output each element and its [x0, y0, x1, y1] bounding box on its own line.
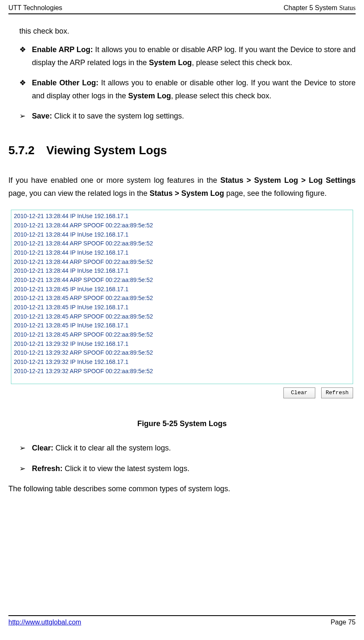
log-line: 2010-12-21 13:28:44 ARP SPOOF 00:22:aa:8…: [14, 276, 350, 285]
label-bold: Enable ARP Log:: [32, 45, 95, 54]
log-line: 2010-12-21 13:29:32 IP InUse 192.168.17.…: [14, 340, 350, 349]
header-chapter: Chapter 5 System: [283, 4, 339, 11]
p-a: If you have enabled one or more system l…: [8, 176, 220, 184]
bullet-save: ➢ Save: Click it to save the system log …: [19, 110, 356, 123]
log-line: 2010-12-21 13:28:45 IP InUse 192.168.17.…: [14, 321, 350, 330]
log-line: 2010-12-21 13:28:45 IP InUse 192.168.17.…: [14, 303, 350, 312]
header-right: Chapter 5 System Status: [283, 4, 356, 12]
p-c: page, you can view the related logs in t…: [8, 189, 149, 198]
p-b: Status > System Log > Log Settings: [220, 176, 356, 184]
log-line: 2010-12-21 13:28:44 ARP SPOOF 00:22:aa:8…: [14, 258, 350, 267]
page-number: Page 75: [330, 619, 356, 626]
bullet-enable-arp: ❖ Enable ARP Log: It allows you to enabl…: [19, 43, 356, 69]
figure-caption: Figure 5-25 System Logs: [8, 419, 356, 428]
arrow-bullet-icon: ➢: [19, 110, 32, 123]
p-e: page, see the following figure.: [224, 189, 327, 198]
lead-fragment: this check box.: [19, 27, 356, 36]
page: UTT Technologies Chapter 5 System Status…: [0, 0, 364, 630]
text: Click it to view the latest system logs.: [65, 464, 189, 473]
content: this check box. ❖ Enable ARP Log: It all…: [8, 14, 356, 495]
log-line: 2010-12-21 13:29:32 IP InUse 192.168.17.…: [14, 358, 350, 367]
trailing-paragraph: The following table describes some commo…: [8, 482, 356, 495]
arrow-bullet-icon: ➢: [19, 442, 32, 455]
log-line: 2010-12-21 13:28:45 ARP SPOOF 00:22:aa:8…: [14, 294, 350, 303]
bullet-body: Save: Click it to save the system log se…: [32, 110, 356, 123]
log-line: 2010-12-21 13:28:44 IP InUse 192.168.17.…: [14, 248, 350, 258]
refresh-button[interactable]: Refresh: [321, 387, 353, 398]
log-line: 2010-12-21 13:29:32 ARP SPOOF 00:22:aa:8…: [14, 348, 350, 358]
text-b: , please select this check box.: [192, 58, 292, 67]
footer-link[interactable]: http://www.uttglobal.com: [8, 619, 81, 626]
page-header: UTT Technologies Chapter 5 System Status: [8, 4, 356, 14]
header-left: UTT Technologies: [8, 4, 62, 12]
label-bold2: System Log: [128, 92, 171, 100]
text: Click it to clear all the system logs.: [55, 444, 171, 452]
clear-button[interactable]: Clear: [283, 387, 315, 398]
bullet-clear: ➢ Clear: Click it to clear all the syste…: [19, 442, 356, 455]
diamond-bullet-icon: ❖: [19, 76, 32, 102]
label-bold: Enable Other Log:: [32, 79, 101, 87]
log-line: 2010-12-21 13:29:32 ARP SPOOF 00:22:aa:8…: [14, 367, 350, 376]
label-bold: Refresh:: [32, 464, 65, 473]
bullet-body: Enable ARP Log: It allows you to enable …: [32, 43, 356, 69]
log-line: 2010-12-21 13:28:44 ARP SPOOF 00:22:aa:8…: [14, 239, 350, 248]
log-line: 2010-12-21 13:28:44 IP InUse 192.168.17.…: [14, 230, 350, 240]
log-line: 2010-12-21 13:28:45 IP InUse 192.168.17.…: [14, 285, 350, 294]
p-d: Status > System Log: [149, 189, 224, 198]
diamond-bullet-icon: ❖: [19, 43, 32, 69]
log-line: 2010-12-21 13:28:44 IP InUse 192.168.17.…: [14, 266, 350, 276]
header-status: Status: [339, 4, 356, 11]
page-footer: http://www.uttglobal.com Page 75: [8, 615, 356, 626]
log-line: 2010-12-21 13:28:44 ARP SPOOF 00:22:aa:8…: [14, 221, 350, 230]
bullet-enable-other: ❖ Enable Other Log: It allows you to ena…: [19, 76, 356, 102]
text-a: Click it to save the system log settings…: [54, 112, 184, 120]
bullet-body: Enable Other Log: It allows you to enabl…: [32, 76, 356, 102]
log-line: 2010-12-21 13:28:45 ARP SPOOF 00:22:aa:8…: [14, 330, 350, 340]
bullet-body: Refresh: Click it to view the latest sys…: [32, 462, 356, 475]
label-bold: Save:: [32, 112, 54, 120]
intro-paragraph: If you have enabled one or more system l…: [8, 174, 356, 200]
system-log-textarea[interactable]: 2010-12-21 13:28:44 IP InUse 192.168.17.…: [11, 210, 353, 384]
label-bold: Clear:: [32, 444, 55, 452]
section-heading: 5.7.2 Viewing System Logs: [8, 144, 356, 157]
bullet-body: Clear: Click it to clear all the system …: [32, 442, 356, 455]
button-row: Clear Refresh: [11, 387, 353, 398]
log-line: 2010-12-21 13:28:45 ARP SPOOF 00:22:aa:8…: [14, 312, 350, 321]
label-bold2: System Log: [149, 58, 192, 67]
bullet-refresh: ➢ Refresh: Click it to view the latest s…: [19, 462, 356, 475]
arrow-bullet-icon: ➢: [19, 462, 32, 475]
log-line: 2010-12-21 13:28:44 IP InUse 192.168.17.…: [14, 212, 350, 221]
text-b: , please select this check box.: [171, 92, 271, 100]
